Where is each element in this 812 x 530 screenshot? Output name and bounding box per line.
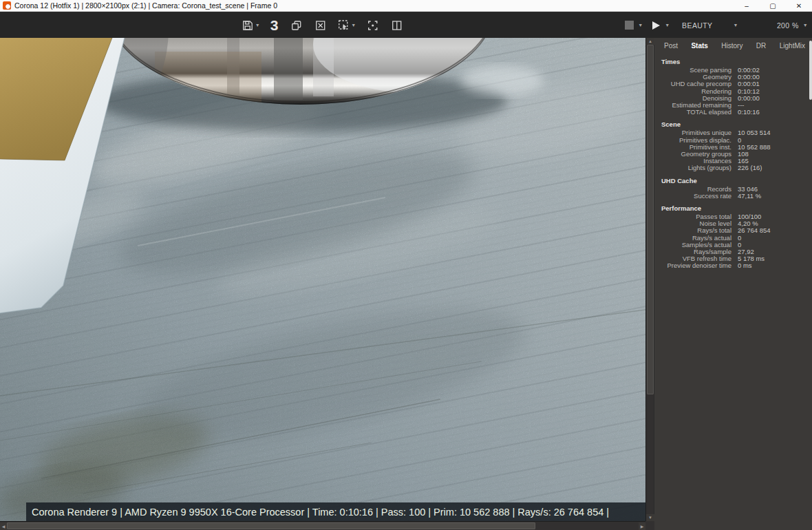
scrollbar-corner (645, 521, 654, 530)
stat-label: Success rate (654, 193, 731, 200)
start-render-button[interactable] (648, 17, 663, 34)
split-compare-button[interactable] (389, 17, 404, 34)
panel-scroll-thumb[interactable] (809, 41, 812, 100)
stat-row: Preview denoiser time0 ms (654, 262, 812, 269)
save-render-icon (242, 19, 254, 32)
clear-vfb-button[interactable] (312, 17, 328, 34)
region-render-button[interactable]: ▼ (336, 17, 356, 34)
tab-history[interactable]: History (720, 41, 744, 50)
duplicate-vfb-button[interactable] (288, 17, 303, 34)
vertical-scroll-thumb[interactable] (647, 45, 654, 394)
stat-row: Instances165 (654, 158, 812, 165)
zoom-level-select[interactable]: 200 % ▼ (777, 21, 808, 30)
stat-row: Lights (groups)226 (16) (654, 165, 812, 171)
stat-value: 10 053 514 (738, 129, 771, 136)
stat-row: Passes total100/100 (654, 213, 812, 220)
panel-tabs: PostStatsHistoryDRLightMix (654, 38, 812, 53)
render-viewport[interactable]: Corona Renderer 9 | AMD Ryzen 9 9950X 16… (0, 38, 645, 521)
stat-label: TOTAL elapsed (654, 109, 731, 116)
duplicate-vfb-icon (290, 19, 302, 32)
stat-row: Samples/s actual0 (654, 242, 812, 248)
stat-row: Primitives unique10 053 514 (654, 129, 812, 136)
stat-row: Scene parsing0:00:02 (654, 67, 812, 74)
tab-dr[interactable]: DR (755, 41, 767, 50)
chevron-down-icon: ▼ (734, 23, 738, 28)
tab-post[interactable]: Post (663, 41, 679, 50)
stop-render-icon (625, 21, 634, 30)
section-title: Times (654, 53, 812, 67)
scroll-down-icon[interactable]: ▼ (646, 514, 654, 521)
clear-vfb-icon (314, 19, 326, 32)
stat-row: Records33 046 (654, 186, 812, 193)
chevron-down-icon[interactable]: ▼ (665, 23, 670, 28)
corona-logo-icon (3, 1, 11, 10)
stat-row: Estimated remaining--- (654, 102, 812, 109)
start-render-icon (650, 20, 661, 31)
minimize-button[interactable]: – (734, 0, 760, 11)
stat-row: TOTAL elapsed0:10:16 (654, 109, 812, 116)
viewport-horizontal-scrollbar[interactable]: ◀ ▶ (0, 521, 645, 530)
focus-icon (366, 19, 378, 32)
chevron-down-icon: ▼ (351, 23, 356, 28)
section-title: Scene (654, 116, 812, 129)
chevron-down-icon: ▼ (255, 23, 260, 28)
titlebar[interactable]: Corona 12 (Hotfix 1) | 2800×2100px (2:1)… (0, 0, 812, 12)
render-element-select[interactable]: BEAUTY ▼ (682, 21, 738, 30)
scroll-up-icon[interactable]: ▲ (646, 38, 654, 45)
tab-lightmix[interactable]: LightMix (778, 41, 806, 50)
vfb-history-count[interactable]: 3 (269, 17, 280, 34)
close-button[interactable]: ✕ (786, 0, 812, 11)
stat-value: 226 (16) (738, 165, 762, 171)
stat-row: Noise level4,20 % (654, 220, 812, 227)
corona-vfb-window: Corona 12 (Hotfix 1) | 2800×2100px (2:1)… (0, 0, 812, 530)
stat-row: UHD cache precomp0:00:01 (654, 81, 812, 87)
chevron-down-icon[interactable]: ▼ (638, 23, 643, 28)
scroll-left-icon[interactable]: ◀ (0, 522, 7, 530)
chevron-down-icon: ▼ (803, 23, 808, 28)
render-status-text: Corona Renderer 9 | AMD Ryzen 9 9950X 16… (32, 507, 609, 518)
stop-render-button[interactable] (621, 17, 637, 34)
stat-row: Rendering0:10:12 (654, 88, 812, 95)
stat-label: Preview denoiser time (654, 262, 731, 269)
stat-value: 0:10:16 (738, 109, 760, 116)
tab-stats[interactable]: Stats (690, 41, 709, 50)
stat-row: Success rate47,11 % (654, 193, 812, 200)
rendered-image (0, 38, 645, 521)
stat-value: 0 ms (738, 262, 752, 269)
scroll-right-icon[interactable]: ▶ (639, 522, 645, 530)
viewport-vertical-scrollbar[interactable]: ▲ ▼ (645, 38, 654, 521)
toolbar: ▼ 3 (0, 12, 812, 38)
stat-label: Lights (groups) (654, 165, 731, 171)
section-title: UHD Cache (654, 172, 812, 186)
focus-button[interactable] (365, 17, 380, 34)
window-title: Corona 12 (Hotfix 1) | 2800×2100px (2:1)… (14, 1, 277, 10)
render-element-value: BEAUTY (682, 21, 712, 30)
save-render-button[interactable]: ▼ (242, 17, 260, 34)
stat-row: Geometry groups108 (654, 151, 812, 158)
stat-row: Primitives displac.0 (654, 137, 812, 144)
stat-row: Rays/s total26 764 854 (654, 227, 812, 234)
zoom-level-value: 200 % (777, 21, 799, 30)
render-statusbar: Corona Renderer 9 | AMD Ryzen 9 9950X 16… (26, 502, 645, 521)
stat-value: 26 764 854 (738, 227, 771, 234)
maximize-button[interactable]: ▢ (760, 0, 786, 11)
stat-row: Rays/s actual0 (654, 235, 812, 242)
split-compare-icon (390, 19, 403, 32)
horizontal-scroll-thumb[interactable] (7, 522, 535, 529)
stats-sections: TimesScene parsing0:00:02Geometry0:00:00… (654, 53, 812, 270)
section-title: Performance (654, 200, 812, 213)
stat-row: Primitives inst.10 562 888 (654, 144, 812, 151)
stats-panel: PostStatsHistoryDRLightMix TimesScene pa… (654, 38, 812, 530)
region-render-icon (336, 19, 350, 32)
stat-value: 47,11 % (738, 193, 761, 200)
stat-row: Rays/sample27,92 (654, 248, 812, 255)
